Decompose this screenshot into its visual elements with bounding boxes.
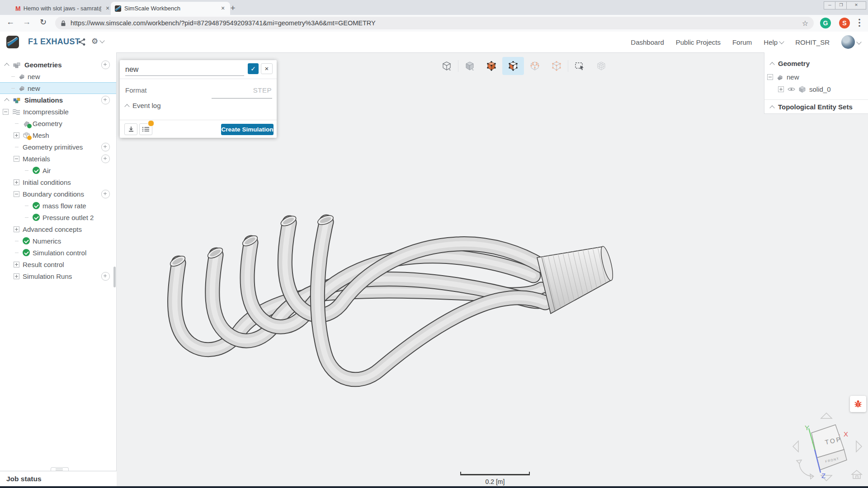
navigation-cube[interactable]: TOP FRONT Y X Z (787, 407, 868, 486)
forward-icon[interactable]: → (23, 17, 31, 27)
collapse-minus-icon[interactable] (767, 74, 773, 80)
tree-tick (15, 241, 19, 241)
sidebar-item-mesh[interactable]: Mesh (0, 129, 116, 141)
expand-plus-icon[interactable] (14, 273, 19, 279)
geometry-tree-item-solid-0[interactable]: solid_0 (778, 85, 831, 93)
profile-extension-icon[interactable]: S (839, 18, 850, 28)
nav-forum[interactable]: Forum (732, 38, 752, 46)
collapse-minus-icon[interactable] (14, 156, 19, 162)
expand-plus-icon[interactable] (778, 86, 784, 92)
sidebar-item-geometries[interactable]: Geometries (0, 59, 116, 70)
shaded-view-button[interactable] (459, 57, 481, 75)
chevron-up-icon[interactable] (4, 98, 9, 103)
rotate-left-arrow (793, 441, 798, 452)
back-icon[interactable]: ← (6, 17, 14, 27)
geometry-tree-item-new[interactable]: new (767, 73, 799, 81)
warning-badge-icon (27, 136, 32, 140)
incompressible-icon (12, 109, 20, 115)
share-icon[interactable] (78, 38, 86, 48)
sidebar-item-geometry-new-2-selected[interactable]: new (0, 82, 116, 94)
confirm-name-button[interactable]: ✓ (248, 63, 259, 74)
sidebar-item-simulation-runs[interactable]: Simulation Runs (0, 270, 116, 282)
add-simulation-run-button[interactable] (101, 272, 110, 281)
expand-plus-icon[interactable] (14, 262, 19, 267)
sidebar-item-geometry-new-1[interactable]: new (0, 70, 116, 82)
url-text: https://www.simscale.com/workbench/?pid=… (71, 19, 802, 27)
window-close-button[interactable]: ✕ (846, 1, 866, 9)
download-geometry-button[interactable] (124, 123, 137, 135)
mesh-status-icon (23, 132, 30, 139)
nav-public-projects[interactable]: Public Projects (676, 38, 721, 46)
expand-plus-icon[interactable] (14, 132, 19, 138)
geometry-structure-panel: Geometry new solid_0 Topological Entity … (764, 52, 868, 114)
settings-gear-icon[interactable]: ⚙ (91, 37, 104, 46)
box-select-button[interactable] (569, 57, 590, 75)
tree-tick (11, 76, 15, 77)
address-bar[interactable]: https://www.simscale.com/workbench/?pid=… (55, 17, 814, 29)
sidebar-item-air[interactable]: Air (0, 164, 116, 176)
job-status-bar[interactable]: Job status (0, 471, 117, 486)
cancel-name-button[interactable]: × (261, 63, 273, 74)
format-value: STEP (253, 86, 272, 94)
collapse-minus-icon[interactable] (3, 109, 9, 115)
window-minimize-button[interactable]: ─ (824, 1, 836, 9)
solid-cube-icon (799, 86, 806, 93)
reload-icon[interactable]: ↻ (40, 17, 47, 27)
add-simulation-button[interactable] (101, 96, 110, 104)
window-restore-button[interactable]: ❐ (835, 1, 847, 9)
collapse-minus-icon[interactable] (14, 191, 19, 197)
sidebar-item-numerics[interactable]: Numerics (0, 235, 116, 247)
username[interactable]: ROHIT_SR (795, 38, 830, 46)
geometry-edit-panel: ✓ × Format STEP Event log Create Simulat… (120, 60, 277, 138)
close-tab-icon[interactable]: × (219, 5, 226, 12)
user-menu[interactable] (841, 35, 861, 49)
scale-bar (460, 472, 530, 475)
sidebar-item-advanced-concepts[interactable]: Advanced concepts (0, 223, 116, 235)
select-edge-button[interactable] (524, 57, 546, 75)
close-tab-icon[interactable]: × (104, 5, 111, 12)
select-vertex-button[interactable] (546, 57, 567, 75)
geometry-section-header[interactable]: Geometry (770, 60, 810, 67)
nav-dashboard[interactable]: Dashboard (631, 38, 664, 46)
expand-plus-icon[interactable] (14, 179, 19, 185)
new-tab-button[interactable]: + (227, 3, 239, 14)
create-simulation-button[interactable]: Create Simulation (221, 124, 274, 135)
sidebar-item-boundary-conditions[interactable]: Boundary conditions (0, 188, 116, 200)
nav-help[interactable]: Help (764, 38, 783, 46)
expand-plus-icon[interactable] (14, 226, 19, 232)
select-mesh-button[interactable] (590, 57, 612, 75)
sidebar-item-mass-flow-rate[interactable]: mass flow rate (0, 200, 116, 211)
sidebar-item-simulation-control[interactable]: Simulation control (0, 247, 116, 258)
sidebar-item-initial-conditions[interactable]: Initial conditions (0, 176, 116, 188)
sidebar-item-pressure-outlet-2[interactable]: Pressure outlet 2 (0, 211, 116, 223)
panel-divider (764, 99, 868, 100)
bookmark-star-icon[interactable]: ☆ (802, 19, 808, 28)
tab-simscale[interactable]: SimScale Workbench × (111, 2, 230, 15)
eye-visibility-icon[interactable] (788, 87, 795, 92)
tab-gmail[interactable]: M Hemo with slot jaws - samrat@o × (13, 2, 114, 15)
topological-entity-sets-header[interactable]: Topological Entity Sets (770, 103, 853, 111)
sidebar-item-simulations[interactable]: Simulations (0, 94, 116, 106)
sidebar-item-materials[interactable]: Materials (0, 153, 116, 164)
isometric-view-button[interactable] (436, 57, 458, 75)
sidebar-item-result-control[interactable]: Result control (0, 258, 116, 270)
check-icon (33, 202, 40, 209)
browser-toolbar: ← → ↻ https://www.simscale.com/workbench… (0, 15, 868, 32)
browser-menu-icon[interactable]: ••• (856, 18, 863, 28)
add-geometry-button[interactable] (101, 61, 110, 69)
add-geometry-primitive-button[interactable] (101, 143, 110, 151)
geometry-name-input[interactable] (125, 64, 244, 76)
sidebar-item-geometry[interactable]: Geometry (0, 117, 116, 129)
sidebar-scrollbar[interactable] (113, 267, 116, 287)
add-boundary-condition-button[interactable] (101, 190, 110, 198)
chevron-up-icon[interactable] (4, 63, 9, 68)
notification-dot (148, 120, 154, 127)
avatar[interactable] (841, 35, 855, 49)
grammarly-extension-icon[interactable]: G (820, 18, 831, 28)
select-volume-button[interactable] (481, 57, 502, 75)
event-log-toggle[interactable]: Event log (125, 102, 161, 109)
sidebar-item-incompressible[interactable]: Incompressible (0, 106, 116, 117)
sidebar-item-geometry-primitives[interactable]: Geometry primitives (0, 141, 116, 153)
select-face-button[interactable] (502, 57, 524, 75)
add-material-button[interactable] (101, 155, 110, 163)
